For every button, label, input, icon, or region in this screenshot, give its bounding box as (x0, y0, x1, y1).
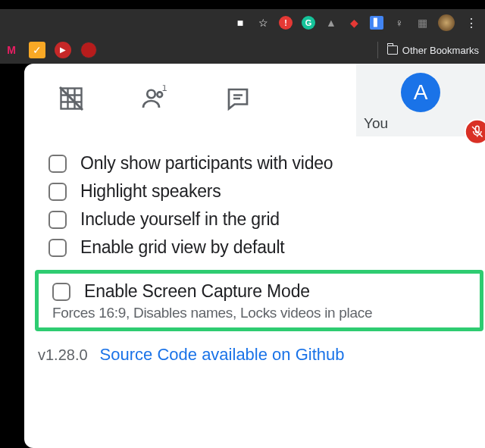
superman-icon[interactable]: ◆ (347, 16, 361, 30)
mute-indicator (465, 119, 485, 145)
bookmark-item[interactable]: M (3, 42, 20, 58)
extension-toolbar: ■ ☆ ! G ▲ ◆ ▋ ♀ ▦ ⋮ (0, 9, 485, 36)
browser-menu[interactable]: ⋮ (464, 16, 479, 30)
option-screen-capture[interactable]: Enable Screen Capture Mode (52, 281, 477, 302)
bookmark-item[interactable] (80, 42, 97, 58)
adblock-icon[interactable]: ! (279, 16, 293, 30)
library-icon[interactable]: ▋ (370, 16, 383, 30)
option-highlight-speakers[interactable]: Highlight speakers (48, 181, 470, 202)
grid-off-icon[interactable] (56, 83, 86, 114)
lightbulb-icon[interactable]: ♀ (393, 16, 406, 30)
panel-footer: v1.28.0 Source Code available on Github (24, 342, 485, 377)
grid-view-settings-panel: 1 A You (24, 64, 485, 448)
checkbox[interactable] (48, 155, 67, 173)
other-bookmarks-button[interactable]: Other Bookmarks (387, 45, 479, 56)
highlighted-option: Enable Screen Capture Mode Forces 16:9, … (35, 270, 483, 331)
option-label: Enable Screen Capture Mode (84, 281, 310, 302)
browser-chrome: ■ ☆ ! G ▲ ◆ ▋ ♀ ▦ ⋮ M ✓ ▶ Other Bookmark… (0, 0, 485, 64)
self-label: You (364, 115, 388, 132)
layout-tabbar: 1 (24, 64, 253, 114)
other-bookmarks-label: Other Bookmarks (402, 45, 479, 56)
option-label: Only show participants with video (80, 153, 333, 174)
drive-icon[interactable]: ▲ (324, 16, 338, 30)
option-description: Forces 16:9, Disables names, Locks video… (52, 305, 477, 321)
bookmark-item[interactable]: ▶ (55, 42, 71, 58)
option-label: Highlight speakers (80, 181, 221, 202)
option-label: Include yourself in the grid (80, 209, 280, 230)
profile-avatar[interactable] (438, 14, 455, 31)
chat-icon[interactable] (223, 83, 253, 114)
option-include-self[interactable]: Include yourself in the grid (48, 209, 470, 230)
bookmarks-bar: M ✓ ▶ Other Bookmarks (0, 36, 485, 64)
options-list: Only show participants with video Highli… (24, 136, 485, 258)
folder-icon (387, 45, 398, 55)
checkbox[interactable] (48, 211, 67, 229)
svg-point-6 (147, 90, 155, 99)
checkbox[interactable] (48, 239, 67, 257)
source-code-link[interactable]: Source Code available on Github (100, 345, 345, 365)
camera-icon[interactable]: ■ (233, 16, 247, 30)
svg-line-5 (60, 87, 83, 110)
people-icon[interactable]: 1 (139, 83, 170, 114)
option-label: Enable grid view by default (80, 237, 285, 258)
version-label: v1.28.0 (38, 346, 88, 364)
self-video-tile[interactable]: A You (356, 64, 485, 136)
checkbox[interactable] (52, 283, 70, 301)
avatar: A (401, 73, 440, 112)
svg-text:1: 1 (162, 85, 167, 93)
grammarly-icon[interactable]: G (302, 16, 315, 30)
bookmark-item[interactable]: ✓ (29, 42, 45, 58)
grid-apps-icon[interactable]: ▦ (415, 16, 429, 30)
option-only-video[interactable]: Only show participants with video (48, 153, 470, 174)
option-default-grid[interactable]: Enable grid view by default (48, 237, 470, 258)
star-icon[interactable]: ☆ (256, 16, 270, 30)
checkbox[interactable] (48, 183, 67, 201)
